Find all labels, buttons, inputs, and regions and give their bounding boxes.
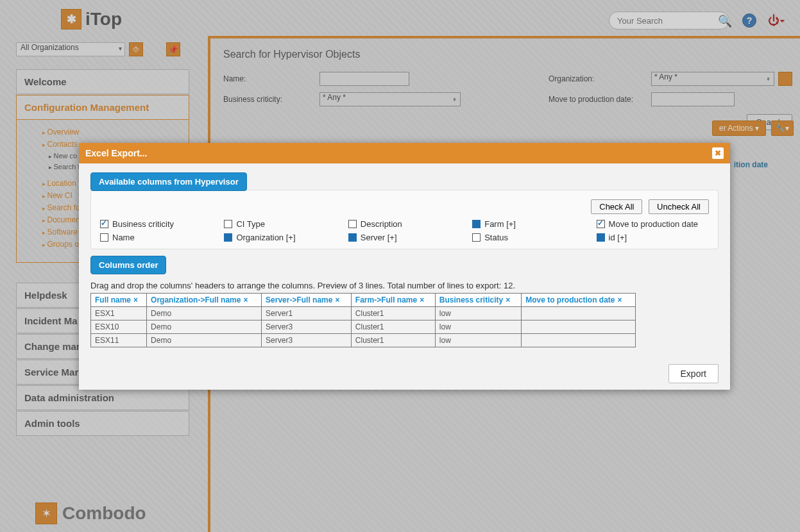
available-columns-legend: Available columns from Hypervisor	[90, 172, 247, 191]
preview-header-row: Full name× Organization->Full name× Serv…	[91, 294, 636, 307]
chk-id[interactable]: id [+]	[597, 233, 709, 242]
uncheck-all-button[interactable]: Uncheck All	[649, 199, 709, 214]
modal-overlay: Excel Export... ✖ Available columns from…	[0, 0, 800, 532]
col-header-farm[interactable]: Farm->Full name×	[351, 294, 435, 307]
chk-server[interactable]: Server [+]	[348, 233, 461, 242]
chk-ci-type[interactable]: CI Type	[224, 219, 336, 229]
chk-description[interactable]: Description	[348, 219, 461, 229]
table-row: ESX1DemoServer1Cluster1low	[91, 307, 636, 320]
chk-business-criticity[interactable]: Business criticity	[100, 219, 212, 229]
dialog-titlebar[interactable]: Excel Export... ✖	[79, 143, 730, 163]
export-button[interactable]: Export	[668, 364, 719, 383]
chk-farm[interactable]: Farm [+]	[472, 219, 584, 229]
available-columns-box: Check All Uncheck All Business criticity…	[90, 190, 719, 249]
chk-status[interactable]: Status	[472, 233, 584, 242]
col-header-fullname[interactable]: Full name×	[91, 294, 147, 307]
table-row: ESX10DemoServer3Cluster1low	[91, 320, 636, 334]
chk-name[interactable]: Name	[100, 233, 212, 242]
chk-proddate[interactable]: Move to production date	[597, 219, 709, 229]
col-header-proddate[interactable]: Move to production date×	[522, 294, 636, 307]
columns-order-instructions: Drag and drop the columns' headers to ar…	[90, 281, 719, 290]
dialog-body: Available columns from Hypervisor Check …	[79, 163, 730, 353]
excel-export-dialog: Excel Export... ✖ Available columns from…	[79, 143, 730, 390]
col-header-server[interactable]: Server->Full name×	[262, 294, 352, 307]
col-header-org[interactable]: Organization->Full name×	[147, 294, 262, 307]
dialog-title: Excel Export...	[85, 148, 147, 158]
check-all-button[interactable]: Check All	[591, 199, 642, 214]
chk-organization[interactable]: Organization [+]	[224, 233, 336, 242]
columns-order-legend: Columns order	[90, 256, 166, 274]
preview-table: Full name× Organization->Full name× Serv…	[90, 293, 636, 347]
col-header-bc[interactable]: Business criticity×	[435, 294, 521, 307]
close-icon[interactable]: ✖	[712, 147, 724, 159]
table-row: ESX11DemoServer3Cluster1low	[91, 334, 636, 347]
